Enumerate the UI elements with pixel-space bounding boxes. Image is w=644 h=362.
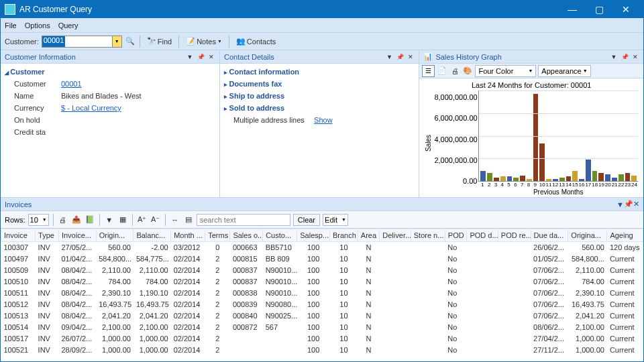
close-icon[interactable]: ✕ xyxy=(633,200,639,208)
font-decrease-icon[interactable]: A⁻ xyxy=(150,215,161,225)
chart-view-button[interactable]: ☰ xyxy=(422,65,435,77)
find-button[interactable]: 🔭Find xyxy=(144,37,174,46)
invoices-header: Invoices ▼ 📌 ✕ xyxy=(1,198,643,211)
column-header[interactable]: POD xyxy=(445,229,467,242)
pin-icon[interactable]: 📌 xyxy=(396,53,404,61)
minimize-button[interactable]: — xyxy=(559,1,586,18)
column-header[interactable]: Deliver... xyxy=(380,229,411,242)
binoculars-icon: 🔭 xyxy=(147,37,156,46)
close-icon[interactable]: ✕ xyxy=(207,53,215,61)
table-row[interactable]: 100514INV09/04/2...2,100.002,100.0002/20… xyxy=(1,322,643,333)
chart-bar xyxy=(559,178,565,181)
column-header[interactable]: Area xyxy=(358,229,380,242)
font-increase-icon[interactable]: A⁺ xyxy=(137,215,148,225)
column-header[interactable]: Salesp... xyxy=(297,229,330,242)
copy-icon[interactable]: 📄 xyxy=(437,66,447,76)
pin-icon[interactable]: 📌 xyxy=(624,200,633,208)
documents-fax-section[interactable]: Documents fax xyxy=(224,80,415,88)
customer-link[interactable]: 00001 xyxy=(61,80,82,88)
column-header[interactable]: POD d... xyxy=(467,229,498,242)
chart-bar xyxy=(533,94,539,181)
autofit-icon[interactable]: ↔ xyxy=(170,215,180,225)
column-header[interactable]: Month ... xyxy=(171,229,205,242)
customer-label: Customer: xyxy=(5,38,39,46)
pin-icon[interactable]: 📌 xyxy=(621,53,629,61)
excel-icon[interactable]: 📗 xyxy=(85,215,95,225)
dropdown-icon[interactable]: ▼ xyxy=(186,53,194,61)
close-icon[interactable]: ✕ xyxy=(407,53,415,61)
table-row[interactable]: 100521INV28/09/2...1,000.001,000.0002/20… xyxy=(1,345,643,356)
column-header[interactable]: Due da... xyxy=(531,229,568,242)
close-icon[interactable]: ✕ xyxy=(631,53,639,61)
column-header[interactable]: Invoice xyxy=(1,229,36,242)
menu-options[interactable]: Options xyxy=(25,21,50,29)
color-scheme-select[interactable]: Four Color▼ xyxy=(475,65,536,77)
table-row[interactable]: 100510INV08/04/2...784.00784.0002/201420… xyxy=(1,276,643,288)
menu-query[interactable]: Query xyxy=(58,21,78,29)
chart-toolbar: ☰ 📄 🖨 🎨 Four Color▼ Appearance▼ xyxy=(419,64,643,78)
table-row[interactable]: 100517INV26/07/2...1,000.001,000.0002/20… xyxy=(1,333,643,345)
edit-button[interactable]: Edit▼ xyxy=(323,214,348,226)
print-icon[interactable]: 🖨 xyxy=(58,215,68,225)
column-header[interactable]: Invoice... xyxy=(58,229,96,242)
column-header[interactable]: Branch xyxy=(330,229,358,242)
appearance-select[interactable]: Appearance▼ xyxy=(538,65,590,77)
filter-icon[interactable]: ▼ xyxy=(104,215,115,225)
column-header[interactable]: Terms xyxy=(205,229,230,242)
show-link[interactable]: Show xyxy=(314,116,333,124)
table-row[interactable]: 100509INV08/04/2...2,110.002,110.0002/20… xyxy=(1,265,643,276)
chart-bar xyxy=(539,143,545,181)
table-row[interactable]: 100511INV08/04/2...2,390.101,190.1002/20… xyxy=(1,288,643,299)
palette-icon[interactable]: 🎨 xyxy=(462,66,473,76)
sold-to-section[interactable]: Sold to address xyxy=(224,104,415,112)
customer-section[interactable]: Customer xyxy=(5,68,215,76)
chart-bar xyxy=(553,179,558,181)
columns-icon[interactable]: ▦ xyxy=(117,215,128,225)
table-row[interactable]: 100513INV08/04/2...2,041.202,041.2002/20… xyxy=(1,310,643,322)
column-header[interactable]: Sales o... xyxy=(230,229,263,242)
table-row[interactable]: 100307INV27/05/2...560.00-2.0003/2012000… xyxy=(1,242,643,253)
print-icon[interactable]: 🖨 xyxy=(449,66,460,76)
column-header[interactable]: Ageing xyxy=(607,229,643,242)
chart-bar xyxy=(592,171,598,181)
grid-icon[interactable]: ▤ xyxy=(183,215,194,225)
column-header[interactable]: Balanc... xyxy=(133,229,171,242)
chart-bar xyxy=(572,171,578,181)
contact-info-section[interactable]: Contact information xyxy=(224,68,415,76)
dropdown-icon[interactable]: ▼ xyxy=(616,200,624,208)
customer-input[interactable]: 00001 ▼ xyxy=(42,36,122,48)
table-row[interactable]: 100512INV08/04/2...16,493.7516,493.7502/… xyxy=(1,299,643,310)
column-header[interactable]: Store n... xyxy=(411,229,445,242)
table-row[interactable]: 100497INV01/04/2...584,800...584,775...0… xyxy=(1,253,643,265)
notes-button[interactable]: 📝Notes▼ xyxy=(183,37,225,46)
maximize-button[interactable]: ▢ xyxy=(586,1,612,18)
chart-bar xyxy=(625,173,631,181)
x-axis-ticks: 123456789101112131415161718192021222324 xyxy=(478,182,638,188)
dropdown-icon[interactable]: ▼ xyxy=(610,53,618,61)
menu-bar: File Options Query xyxy=(1,18,643,33)
currency-link[interactable]: $ - Local Currency xyxy=(61,104,121,112)
ship-to-section[interactable]: Ship to address xyxy=(224,92,415,100)
column-header[interactable]: Custo... xyxy=(263,229,297,242)
menu-file[interactable]: File xyxy=(5,21,17,29)
column-header[interactable]: Origina... xyxy=(568,229,607,242)
dropdown-icon[interactable]: ▼ xyxy=(112,36,121,47)
y-axis-ticks: 8,000,000.006,000,000.004,000,000.002,00… xyxy=(434,90,478,196)
clear-button[interactable]: Clear xyxy=(293,214,320,226)
export-icon[interactable]: 📤 xyxy=(71,215,82,225)
note-icon: 📝 xyxy=(186,37,195,46)
contacts-button[interactable]: 👥Contacts xyxy=(233,37,278,46)
chart-bar xyxy=(520,176,525,181)
search-input[interactable] xyxy=(197,214,290,226)
rows-select[interactable]: 10▼ xyxy=(28,214,49,226)
close-button[interactable]: ✕ xyxy=(612,1,639,18)
column-header[interactable]: Origin... xyxy=(96,229,133,242)
pin-icon[interactable]: 📌 xyxy=(197,53,205,61)
chart-bars xyxy=(478,90,638,182)
dropdown-icon[interactable]: ▼ xyxy=(385,53,393,61)
y-axis-label: Sales xyxy=(425,90,434,196)
column-header[interactable]: POD re... xyxy=(498,229,531,242)
column-header[interactable]: Type xyxy=(36,229,59,242)
search-icon[interactable]: 🔍 xyxy=(125,36,136,47)
invoices-grid[interactable]: InvoiceTypeInvoice...Origin...Balanc...M… xyxy=(1,229,643,361)
